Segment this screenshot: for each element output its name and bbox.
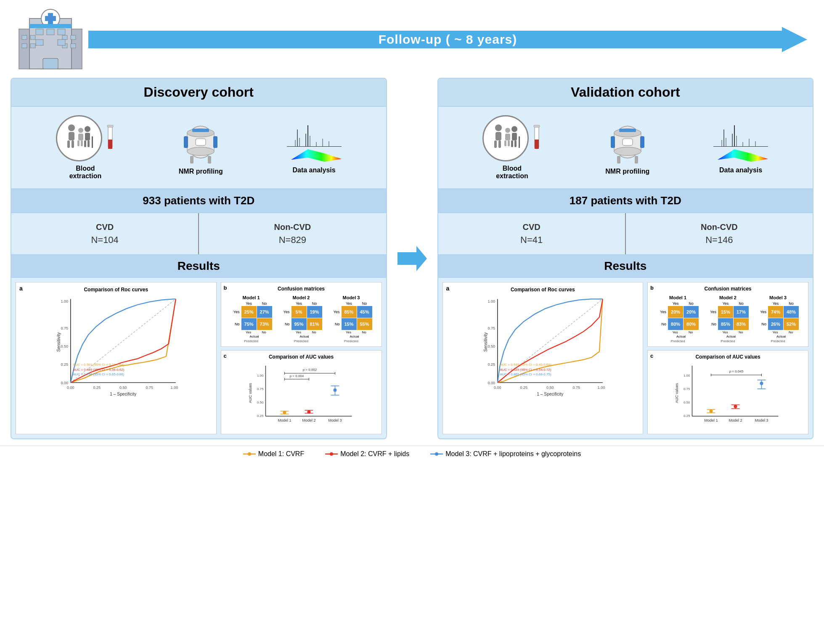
validation-blood-label: Bloodextraction [496, 165, 528, 180]
discovery-conf-m3-row2: No 15% 55% [331, 318, 372, 330]
validation-conf-model1: Model 1 Yes No Yes 20% 20 [657, 295, 699, 343]
svg-text:0.25: 0.25 [93, 385, 101, 390]
validation-results-title: Results [438, 255, 813, 278]
svg-text:Model 1: Model 1 [278, 418, 291, 422]
svg-rect-6 [22, 35, 27, 40]
validation-conf-model2: Model 2 Yes No Yes 15% 17 [707, 295, 749, 343]
svg-rect-17 [36, 40, 43, 45]
v-conf-m2-grid: Yes No Yes 15% 17% No 85 [707, 301, 749, 338]
svg-text:Sensitivity: Sensitivity [483, 332, 488, 352]
followup-arrow: Follow-up ( ~ 8 years) [88, 27, 807, 52]
svg-text:AUC = 0.629 (95% CI = 0.54-0.7: AUC = 0.629 (95% CI = 0.54-0.72) [500, 368, 551, 372]
discovery-conf-m1-no-label: No [257, 301, 272, 306]
validation-data-label: Data analysis [719, 166, 762, 174]
svg-rect-126 [611, 136, 615, 148]
discovery-conf-m2-row2: No 95% 81% [281, 318, 322, 330]
discovery-noncvd-half: Non-CVD N=829 [199, 213, 386, 254]
discovery-conf-m3-c1: 85% [342, 306, 357, 318]
discovery-conf-m2-yes-label: Yes [291, 301, 307, 306]
svg-point-102 [333, 388, 336, 392]
svg-rect-112 [504, 140, 506, 146]
svg-text:0.50: 0.50 [684, 401, 690, 404]
svg-text:Sensitivity: Sensitivity [56, 332, 61, 352]
svg-rect-26 [78, 134, 83, 140]
discovery-results-content: a Comparison of Roc curves 0.00 0.25 0.5… [11, 278, 386, 438]
validation-panel-a-label: a [446, 285, 450, 292]
svg-rect-127 [640, 136, 644, 148]
legend-model3-label: Model 3: CVRF + lipoproteins + glycoprot… [445, 450, 581, 458]
discovery-data-label: Data analysis [292, 166, 335, 174]
svg-rect-45 [190, 156, 193, 164]
discovery-conf-m2-actual-text: Actual [287, 335, 322, 338]
validation-conf-m1-grid: Yes No Yes 20% 20% No 80 [657, 301, 699, 338]
discovery-conf-m3-act-yes: Yes [341, 330, 356, 334]
svg-rect-30 [85, 133, 90, 140]
discovery-cvd-section: CVD N=104 Non-CVD N=829 [11, 213, 386, 255]
discovery-roc-title: Comparison of Roc curves [19, 287, 213, 293]
svg-text:AUC = 0.869 (95% CI = 0.69-0.7: AUC = 0.869 (95% CI = 0.69-0.75) [500, 372, 551, 376]
svg-text:1.00: 1.00 [257, 374, 263, 377]
discovery-conf-m2-row-labels: Yes No [281, 301, 322, 306]
svg-rect-120 [535, 140, 539, 149]
svg-text:0.25: 0.25 [257, 414, 263, 418]
discovery-conf-matrices: Model 1 Yes No Yes 25% 27 [225, 295, 378, 343]
legend-model3: Model 3: CVRF + lipoproteins + glycoprot… [430, 450, 581, 458]
svg-text:p = 0.002: p = 0.002 [302, 368, 317, 372]
svg-rect-46 [208, 156, 211, 164]
validation-confusion-panel: b Confusion matrices Model 1 Yes No [647, 282, 808, 347]
discovery-noncvd-label: Non-CVD [274, 222, 311, 232]
svg-text:AUC values: AUC values [248, 383, 252, 403]
v-conf-m2-row2: No 85% 83% [707, 318, 749, 330]
svg-rect-14 [36, 29, 43, 35]
v-conf-m1-row-labels: Yes No [657, 301, 699, 306]
discovery-conf-m3-row1: Yes 85% 45% [331, 306, 372, 318]
svg-text:0.25: 0.25 [61, 362, 68, 367]
svg-rect-7 [30, 35, 35, 40]
v-conf-m1-row1: Yes 20% 20% [657, 306, 699, 318]
svg-text:0.50: 0.50 [61, 344, 68, 348]
svg-rect-113 [508, 140, 510, 146]
validation-roc-panel: a Comparison of Roc curves 0.00 0.25 0.5… [442, 282, 644, 434]
svg-text:0.25: 0.25 [520, 385, 527, 390]
validation-auc-svg: 0.25 0.50 0.75 1.00 AUC values Model 1 M… [651, 362, 805, 429]
validation-cvd-half: CVD N=41 [438, 213, 626, 254]
svg-rect-8 [22, 44, 27, 48]
svg-text:0.00: 0.00 [61, 381, 68, 385]
svg-rect-5 [45, 16, 56, 21]
discovery-conf-m1-pred-no: No [231, 322, 241, 326]
discovery-conf-m2-row1: Yes 5% 19% [281, 306, 322, 318]
svg-rect-42 [213, 136, 217, 148]
people-circle-icon [56, 115, 102, 161]
svg-text:0.25: 0.25 [684, 414, 690, 418]
svg-rect-108 [494, 140, 497, 148]
svg-point-191 [435, 452, 438, 456]
svg-text:AUC = 0.756 (95% CI = 0.65-0.8: AUC = 0.756 (95% CI = 0.65-0.86) [73, 372, 125, 376]
validation-conf-model3: Model 3 Yes No Yes 74% 48 [757, 295, 799, 343]
svg-point-125 [614, 147, 641, 156]
validation-roc-title: Comparison of Roc curves [446, 287, 640, 293]
svg-rect-36 [107, 125, 113, 127]
discovery-conf-m2-title: Model 2 [293, 295, 310, 300]
blood-tube-icon [106, 125, 115, 152]
svg-point-40 [187, 147, 214, 156]
svg-rect-128 [623, 139, 633, 145]
svg-text:0.50: 0.50 [257, 401, 263, 404]
followup-arrow-container: Follow-up ( ~ 8 years) [88, 27, 807, 52]
discovery-conf-m1-pred-yes: Yes [231, 310, 241, 314]
discovery-conf-m2-grid: Yes No Yes 5% 19% No 95% [281, 301, 322, 338]
discovery-conf-m3-c2: 45% [357, 306, 372, 318]
legend-model2-label: Model 2: CVRF + lipids [340, 450, 409, 458]
discovery-blood-label: Bloodextraction [69, 165, 101, 180]
v-conf-m2-row1: Yes 15% 17% [707, 306, 749, 318]
svg-rect-19 [43, 58, 58, 69]
discovery-conf-m1-actual-labels: Yes No [241, 330, 272, 334]
legend-model2: Model 2: CVRF + lipids [325, 450, 409, 458]
discovery-conf-m1-yes-label: Yes [241, 301, 257, 306]
svg-rect-18 [58, 40, 65, 45]
svg-text:1 – Specificity: 1 – Specificity [537, 392, 564, 396]
main-content: Discovery cohort [0, 71, 824, 446]
svg-rect-118 [519, 136, 520, 148]
discovery-conf-m1-grid: Yes No Yes 25% 27% No 75 [231, 301, 272, 338]
svg-rect-109 [498, 140, 501, 148]
discovery-conf-m2-no-label: No [307, 301, 322, 306]
